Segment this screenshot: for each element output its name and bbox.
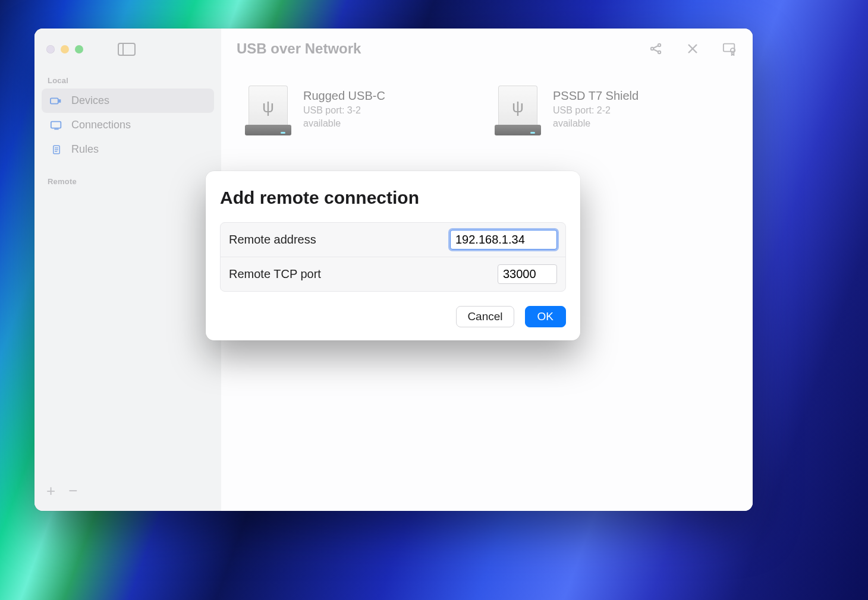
remove-button[interactable]: −: [68, 482, 77, 500]
sidebar-item-label: Connections: [71, 119, 131, 131]
device-status: available: [303, 118, 385, 129]
close-window-button[interactable]: [46, 45, 55, 53]
svg-line-11: [653, 46, 658, 48]
dialog-form: Remote address Remote TCP port: [220, 222, 566, 292]
minimize-window-button[interactable]: [61, 45, 69, 53]
ok-button[interactable]: OK: [525, 306, 566, 327]
device-grid: ψ Rugged USB-C USB port: 3-2 available ψ…: [221, 69, 753, 156]
sidebar-footer: + −: [42, 478, 214, 504]
sidebar-section-local: Local: [42, 71, 214, 89]
sidebar-section-remote: Remote: [42, 172, 214, 190]
svg-rect-0: [51, 98, 58, 103]
device-name: Rugged USB-C: [303, 89, 385, 103]
remote-port-row: Remote TCP port: [221, 257, 565, 291]
device-card[interactable]: ψ PSSD T7 Shield USB port: 2-2 available: [495, 86, 721, 139]
remote-address-input[interactable]: [450, 230, 557, 250]
remote-port-input[interactable]: [498, 264, 557, 284]
sidebar-item-connections[interactable]: Connections: [42, 113, 214, 137]
titlebar: USB over Network: [221, 29, 753, 69]
cancel-button[interactable]: Cancel: [456, 306, 514, 327]
device-name: PSSD T7 Shield: [553, 89, 639, 103]
svg-point-9: [658, 44, 661, 46]
fullscreen-window-button[interactable]: [75, 45, 83, 53]
svg-line-12: [653, 49, 658, 52]
sidebar-item-label: Devices: [71, 94, 109, 107]
sidebar-item-rules[interactable]: Rules: [42, 137, 214, 162]
share-icon[interactable]: [648, 41, 663, 56]
dialog-title: Add remote connection: [220, 188, 566, 208]
license-icon[interactable]: [722, 41, 737, 56]
sidebar: Local Devices Connections Rules Remote +…: [34, 29, 221, 511]
device-card[interactable]: ψ Rugged USB-C USB port: 3-2 available: [245, 86, 471, 139]
page-title: USB over Network: [237, 40, 361, 57]
svg-point-8: [651, 48, 653, 50]
sidebar-item-devices[interactable]: Devices: [42, 89, 214, 113]
device-port: USB port: 2-2: [553, 105, 639, 116]
devices-icon: [50, 96, 63, 106]
connections-icon: [50, 120, 63, 131]
dialog-buttons: Cancel OK: [220, 306, 566, 327]
window-controls: [42, 39, 214, 71]
toggle-sidebar-icon[interactable]: [118, 43, 136, 56]
add-remote-connection-dialog: Add remote connection Remote address Rem…: [206, 171, 580, 340]
usb-drive-icon: ψ: [495, 86, 541, 139]
remote-port-label: Remote TCP port: [229, 267, 321, 281]
remote-address-label: Remote address: [229, 233, 316, 247]
close-icon[interactable]: [685, 41, 700, 56]
device-port: USB port: 3-2: [303, 105, 385, 116]
sidebar-item-label: Rules: [71, 143, 99, 156]
usb-drive-icon: ψ: [245, 86, 291, 139]
svg-rect-2: [51, 121, 61, 128]
add-button[interactable]: +: [46, 482, 55, 500]
svg-rect-1: [58, 99, 61, 103]
svg-point-10: [658, 51, 661, 53]
rules-icon: [50, 144, 63, 155]
remote-address-row: Remote address: [221, 223, 565, 257]
device-status: available: [553, 118, 639, 129]
